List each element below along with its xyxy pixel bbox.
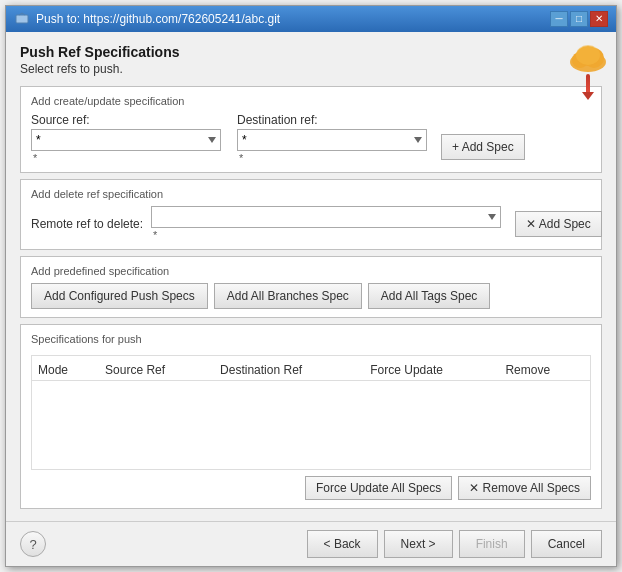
delete-section: Add delete ref specification Remote ref … xyxy=(20,179,602,250)
create-update-section: Add create/update specification Source r… xyxy=(20,86,602,173)
remote-ref-wrap: * xyxy=(151,206,501,241)
remote-asterisk: * xyxy=(151,229,501,241)
main-window: Push to: https://github.com/762605241/ab… xyxy=(5,5,617,567)
svg-point-5 xyxy=(576,45,600,65)
upload-arrowhead xyxy=(582,92,594,100)
delete-section-title: Add delete ref specification xyxy=(31,188,591,200)
finish-button[interactable]: Finish xyxy=(459,530,525,558)
back-button[interactable]: < Back xyxy=(307,530,378,558)
page-title: Push Ref Specifications xyxy=(20,44,602,60)
force-update-all-specs-button[interactable]: Force Update All Specs xyxy=(305,476,452,500)
specs-section-title: Specifications for push xyxy=(31,333,591,345)
dest-ref-input-wrap: * * xyxy=(237,129,427,164)
add-configured-push-specs-button[interactable]: Add Configured Push Specs xyxy=(31,283,208,309)
create-update-row: Source ref: * * Destination ref: * xyxy=(31,113,591,164)
source-ref-label: Source ref: xyxy=(31,113,221,127)
upload-arrow xyxy=(586,74,590,94)
delete-row: Remote ref to delete: * ✕ Add Spec xyxy=(31,206,591,241)
help-button[interactable]: ? xyxy=(20,531,46,557)
col-mode: Mode xyxy=(32,360,99,381)
col-dest: Destination Ref xyxy=(214,360,364,381)
remove-all-specs-button[interactable]: ✕ Remove All Specs xyxy=(458,476,591,500)
remote-ref-label: Remote ref to delete: xyxy=(31,217,143,231)
content-area: Push Ref Specifications Select refs to p… xyxy=(6,32,616,521)
window-icon xyxy=(14,11,30,27)
add-all-tags-spec-button[interactable]: Add All Tags Spec xyxy=(368,283,491,309)
minimize-button[interactable]: ─ xyxy=(550,11,568,27)
create-update-title: Add create/update specification xyxy=(31,95,591,107)
dest-ref-dropdown[interactable]: * xyxy=(237,129,427,151)
title-bar: Push to: https://github.com/762605241/ab… xyxy=(6,6,616,32)
maximize-button[interactable]: □ xyxy=(570,11,588,27)
col-source: Source Ref xyxy=(99,360,214,381)
specs-section: Specifications for push Mode Source Ref … xyxy=(20,324,602,509)
source-ref-group: Source ref: * * xyxy=(31,113,221,164)
add-spec-1-wrap: + Add Spec xyxy=(441,118,525,160)
predefined-title: Add predefined specification xyxy=(31,265,591,277)
predefined-buttons: Add Configured Push Specs Add All Branch… xyxy=(31,283,591,309)
cloud-icon xyxy=(566,40,610,72)
col-force: Force Update xyxy=(364,360,499,381)
source-ref-input-wrap: * * xyxy=(31,129,221,164)
title-bar-buttons: ─ □ ✕ xyxy=(550,11,608,27)
bottom-bar: ? < Back Next > Finish Cancel xyxy=(6,521,616,566)
cancel-button[interactable]: Cancel xyxy=(531,530,602,558)
svg-rect-0 xyxy=(16,15,28,23)
dest-ref-label: Destination ref: xyxy=(237,113,427,127)
dest-ref-group: Destination ref: * * xyxy=(237,113,427,164)
source-ref-dropdown[interactable]: * xyxy=(31,129,221,151)
source-asterisk: * xyxy=(31,152,221,164)
add-spec-2-wrap: ✕ Add Spec xyxy=(515,211,602,237)
remote-ref-dropdown[interactable] xyxy=(151,206,501,228)
dest-asterisk: * xyxy=(237,152,427,164)
title-bar-left: Push to: https://github.com/762605241/ab… xyxy=(14,11,280,27)
bottom-right-buttons: < Back Next > Finish Cancel xyxy=(307,530,602,558)
close-button[interactable]: ✕ xyxy=(590,11,608,27)
col-remove: Remove xyxy=(499,360,590,381)
specs-table: Mode Source Ref Destination Ref Force Up… xyxy=(32,360,590,381)
specs-table-area: Mode Source Ref Destination Ref Force Up… xyxy=(31,355,591,470)
cloud-icon-area xyxy=(566,40,610,100)
next-button[interactable]: Next > xyxy=(384,530,453,558)
specs-actions: Force Update All Specs ✕ Remove All Spec… xyxy=(31,476,591,500)
add-spec-button-2[interactable]: ✕ Add Spec xyxy=(515,211,602,237)
predefined-section: Add predefined specification Add Configu… xyxy=(20,256,602,318)
add-spec-button-1[interactable]: + Add Spec xyxy=(441,134,525,160)
window-title: Push to: https://github.com/762605241/ab… xyxy=(36,12,280,26)
page-subtitle: Select refs to push. xyxy=(20,62,602,76)
add-all-branches-spec-button[interactable]: Add All Branches Spec xyxy=(214,283,362,309)
